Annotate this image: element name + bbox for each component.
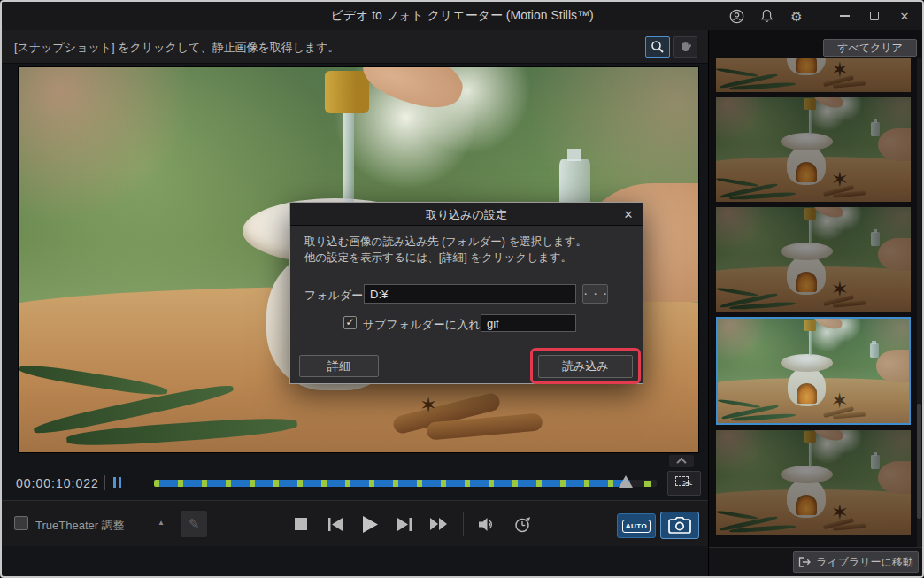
scene-burner-base xyxy=(787,256,826,295)
snapshot-camera-button[interactable] xyxy=(660,512,699,539)
scene-burner-base xyxy=(787,479,826,518)
close-button[interactable]: ✕ xyxy=(894,5,915,27)
minimize-button[interactable] xyxy=(834,5,855,27)
maximize-button[interactable] xyxy=(864,5,885,27)
collapse-panel-button[interactable] xyxy=(669,455,694,467)
scene-burner-bowl xyxy=(781,466,833,483)
scene-star-anise xyxy=(831,167,849,192)
playback-controls-bar: TrueTheater 調整 ▲ ✎ xyxy=(2,500,708,546)
scene-star-anise xyxy=(420,393,437,418)
scene-cinnamon-stick xyxy=(823,518,854,530)
move-to-library-label: ライブラリーに移動 xyxy=(816,555,913,570)
import-button[interactable]: 読み込み xyxy=(538,355,633,378)
timeline-track[interactable] xyxy=(154,480,657,487)
scene-burner-bowl xyxy=(781,133,833,150)
scene-hand-top xyxy=(813,319,845,332)
settings-gear-icon[interactable]: ⚙ xyxy=(786,5,807,27)
auto-snapshot-button[interactable]: AUTO xyxy=(617,513,656,538)
clear-all-button[interactable]: すべてクリア xyxy=(823,39,917,57)
browse-folder-button[interactable]: ・・・ xyxy=(582,284,608,304)
scene-cinnamon-stick xyxy=(833,191,866,199)
scene-rosemary xyxy=(729,192,796,202)
video-frame-scene xyxy=(716,97,911,202)
video-frame-scene xyxy=(718,319,909,423)
folder-path-input[interactable] xyxy=(364,284,576,304)
fast-forward-button[interactable] xyxy=(428,513,450,535)
scene-dropper-tube xyxy=(809,220,812,244)
divider xyxy=(463,512,464,536)
trim-snapshot-button[interactable]: ✂ xyxy=(667,471,701,496)
timecode-display: 00:00:10:022 xyxy=(16,476,99,490)
scrollbar-thumb[interactable] xyxy=(917,404,921,519)
pen-icon: ✎ xyxy=(189,516,200,532)
scene-rosemary xyxy=(729,302,796,312)
library-thumbnail[interactable] xyxy=(716,58,911,92)
scene-burner-bowl xyxy=(781,354,832,372)
move-to-library-button[interactable]: ライブラリーに移動 xyxy=(793,551,919,573)
import-settings-dialog: 取り込みの設定 ✕ 取り込む画像の読み込み先 (フォルダー) を選択します。 他… xyxy=(289,202,643,384)
scene-cinnamon-stick xyxy=(833,524,866,532)
library-thumbnail[interactable] xyxy=(716,207,911,312)
scene-rosemary xyxy=(716,287,758,297)
scene-hand-right xyxy=(878,238,911,271)
scene-star-anise xyxy=(831,500,849,525)
truetheater-checkbox[interactable] xyxy=(14,516,28,530)
scene-hand-top xyxy=(357,67,469,117)
camera-icon xyxy=(668,517,691,534)
truetheater-label: TrueTheater 調整 xyxy=(35,518,125,534)
library-thumbnail-selected[interactable] xyxy=(716,317,911,425)
dialog-description-line1: 取り込む画像の読み込み先 (フォルダー) を選択します。 xyxy=(304,235,587,250)
timeline-marker xyxy=(644,481,651,487)
library-thumbnail[interactable] xyxy=(716,430,911,535)
scene-table xyxy=(716,489,911,535)
scene-rosemary xyxy=(720,292,779,308)
details-button[interactable]: 詳細 xyxy=(299,355,379,377)
scene-rosemary xyxy=(720,182,779,198)
scene-burner-bowl xyxy=(781,243,833,260)
playback-speed-timer-button[interactable] xyxy=(512,513,533,535)
scene-rosemary xyxy=(720,73,779,89)
scene-dropper-cap xyxy=(804,208,816,220)
scene-rosemary xyxy=(720,515,779,531)
edit-pen-button[interactable]: ✎ xyxy=(181,511,207,537)
timeline-progress-bar xyxy=(154,480,630,487)
scene-dropper-tube xyxy=(809,331,812,356)
next-frame-button[interactable] xyxy=(394,513,415,535)
scene-rosemary xyxy=(729,525,796,535)
scene-dropper-cap xyxy=(804,431,816,443)
subfolder-label: サブフォルダーに入れる: xyxy=(363,317,495,333)
stop-button[interactable] xyxy=(290,513,312,535)
previous-frame-button[interactable] xyxy=(325,513,346,535)
dialog-close-button[interactable]: ✕ xyxy=(620,205,637,223)
truetheater-expand-caret-icon[interactable]: ▲ xyxy=(158,519,165,527)
zoom-tool-button[interactable] xyxy=(645,36,670,58)
dialog-title: 取り込みの設定 xyxy=(290,207,643,223)
scene-dropper-cap xyxy=(804,320,816,331)
scene-star-anise xyxy=(831,277,849,302)
video-frame-scene xyxy=(716,58,911,92)
timeline-playhead[interactable] xyxy=(619,475,633,488)
scene-hand-right xyxy=(876,350,909,382)
snapshot-toolbar: [スナップショット] をクリックして、静止画像を取得します。 xyxy=(2,30,708,64)
scene-cinnamon-stick xyxy=(833,301,866,309)
play-button[interactable] xyxy=(359,513,381,535)
folder-label: フォルダー: xyxy=(304,288,366,304)
scene-rosemary xyxy=(716,177,758,188)
thumbnail-scrollbar[interactable] xyxy=(917,58,921,547)
pan-hand-icon[interactable] xyxy=(673,36,697,58)
subfolder-name-input[interactable] xyxy=(481,314,576,332)
divider xyxy=(173,511,173,537)
volume-button[interactable] xyxy=(477,513,498,535)
scene-burner-glow xyxy=(797,383,818,403)
snapshot-instruction: [スナップショット] をクリックして、静止画像を取得します。 xyxy=(14,40,340,56)
scene-dropper-cap xyxy=(804,98,816,110)
scene-cinnamon-stick xyxy=(823,406,854,418)
library-thumbnail[interactable] xyxy=(716,97,911,202)
subfolder-checkbox[interactable]: ✓ xyxy=(343,316,357,329)
scene-hand-right xyxy=(878,128,911,161)
notifications-bell-icon[interactable] xyxy=(756,5,777,27)
scene-rosemary xyxy=(716,67,758,78)
timeline-row: 00:00:10:022 ✂ xyxy=(2,469,708,499)
scene-burner-glow xyxy=(796,272,817,291)
account-icon[interactable] xyxy=(726,5,747,27)
